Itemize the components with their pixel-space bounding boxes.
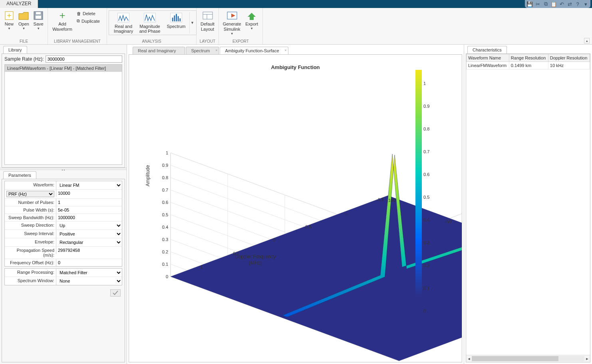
param-label: Number of Pulses: <box>5 199 56 206</box>
ribbon: ＋ New▼ Open▼ Save▼ FILE ＋ Add Waveform 🗑… <box>0 8 592 45</box>
center-panel: Real and ImaginarySpectrum×Ambiguity Fun… <box>127 45 464 364</box>
magnitude-phase-button[interactable]: Magnitude and Phase <box>137 12 163 34</box>
param-sweep-interval-[interactable]: Positive <box>56 230 122 238</box>
char-header[interactable]: Doppler Resolution <box>548 54 590 62</box>
svg-text:Doppler Frequency: Doppler Frequency <box>235 254 276 259</box>
plot-tab-real-and-imaginary[interactable]: Real and Imaginary <box>133 47 185 54</box>
svg-rect-8 <box>176 14 177 22</box>
qa-cut-icon[interactable]: ✂ <box>534 0 541 8</box>
svg-text:0.6: 0.6 <box>162 200 168 205</box>
svg-text:0.8: 0.8 <box>162 175 168 180</box>
qa-switch-icon[interactable]: ⇄ <box>566 0 573 8</box>
spectrum-button[interactable]: Spectrum <box>163 12 189 29</box>
save-button[interactable]: Save▼ <box>32 10 45 30</box>
left-panel: Library Sample Rate (Hz): LinearFMWavefo… <box>0 45 127 364</box>
svg-text:0.3: 0.3 <box>162 237 168 242</box>
param-frequency-offset-hz-[interactable] <box>56 259 122 266</box>
tab-parameters[interactable]: Parameters <box>3 171 36 179</box>
open-button[interactable]: Open▼ <box>17 10 31 30</box>
plot-tab-spectrum[interactable]: Spectrum× <box>186 47 219 54</box>
spectrum-icon <box>170 13 182 22</box>
param-sweep-bandwidth-hz-[interactable] <box>56 214 122 221</box>
svg-text:0.9: 0.9 <box>162 163 168 168</box>
default-layout-button[interactable]: Default Layout <box>199 10 216 32</box>
param-sweep-direction-[interactable]: Up <box>56 222 122 229</box>
new-button[interactable]: ＋ New▼ <box>2 10 16 30</box>
library-item[interactable]: LinearFMWaveform - [Linear FM] - [Matche… <box>5 65 122 72</box>
param-spectrum-window-[interactable]: None <box>56 277 122 285</box>
layout-icon <box>201 10 214 21</box>
svg-text:1: 1 <box>201 265 203 269</box>
param-label: Propagation Speed (m/s): <box>5 247 56 259</box>
svg-text:0: 0 <box>273 237 275 242</box>
svg-text:0.1: 0.1 <box>162 262 168 267</box>
export-button[interactable]: Export▼ <box>243 10 260 30</box>
duplicate-button[interactable]: ⧉Duplicate <box>75 18 101 24</box>
svg-rect-6 <box>172 18 173 21</box>
save-icon <box>32 10 45 21</box>
close-tab-icon[interactable]: × <box>284 48 286 52</box>
qa-copy-icon[interactable]: ⧉ <box>542 0 549 8</box>
svg-rect-4 <box>36 16 41 19</box>
svg-rect-3 <box>36 12 41 14</box>
svg-text:0.5: 0.5 <box>162 212 168 217</box>
ribbon-group-layout-title: LAYOUT <box>197 39 219 44</box>
qa-undo-icon[interactable]: ↶ <box>558 0 565 8</box>
char-header[interactable]: Waveform Name <box>467 54 509 62</box>
param-label: Spectrum Window: <box>5 277 56 285</box>
qa-minimize-icon[interactable]: ▾ <box>582 0 589 8</box>
param-label-select[interactable]: PRF (Hz) <box>6 191 54 197</box>
sample-rate-label: Sample Rate (Hz): <box>4 56 44 62</box>
apply-button[interactable] <box>110 289 121 297</box>
svg-text:0.2: 0.2 <box>162 249 168 254</box>
titlebar: ANALYZER 💾 ✂ ⧉ 📋 ↶ ⇄ ? ▾ <box>0 0 592 8</box>
param-label: Waveform: <box>5 181 56 189</box>
svg-text:0.7: 0.7 <box>162 188 168 192</box>
param-waveform-[interactable]: Linear FM <box>56 181 122 189</box>
qa-save-icon[interactable]: 💾 <box>526 0 533 8</box>
add-waveform-button[interactable]: ＋ Add Waveform <box>50 10 74 32</box>
analysis-button-group: Real and Imaginary Magnitude and Phase S… <box>109 10 197 35</box>
characteristics-hscrollbar[interactable]: ◄► <box>466 355 590 362</box>
ribbon-group-analysis-title: ANALYSIS <box>107 39 196 44</box>
param-envelope-[interactable]: Rectangular <box>56 238 122 246</box>
waveform-library-list[interactable]: LinearFMWaveform - [Linear FM] - [Matche… <box>4 64 122 165</box>
characteristics-table: Waveform NameRange ResolutionDoppler Res… <box>466 54 590 69</box>
new-icon: ＋ <box>3 10 16 21</box>
quick-access-toolbar: 💾 ✂ ⧉ 📋 ↶ ⇄ ? ▾ <box>525 0 590 8</box>
simulink-icon <box>226 10 238 21</box>
param-label: Sweep Bandwidth (Hz): <box>5 214 56 221</box>
param-label: Frequency Offset (Hz): <box>5 259 56 266</box>
tab-library[interactable]: Library <box>3 46 27 53</box>
svg-text:＋: ＋ <box>58 10 67 20</box>
qa-paste-icon[interactable]: 📋 <box>550 0 557 8</box>
ribbon-collapse-button[interactable]: ▴ <box>584 38 590 44</box>
svg-text:(MHz): (MHz) <box>249 260 262 266</box>
svg-text:-0.5: -0.5 <box>304 224 312 229</box>
svg-text:1: 1 <box>166 150 168 155</box>
svg-text:-50: -50 <box>445 219 451 224</box>
qa-help-icon[interactable]: ? <box>574 0 581 8</box>
param-prf-hz-[interactable] <box>56 190 122 197</box>
param-pulse-width-s-[interactable] <box>56 206 122 214</box>
real-imag-icon <box>117 13 129 22</box>
param-range-processing-[interactable]: Matched Filter <box>56 269 122 277</box>
tab-characteristics[interactable]: Characteristics <box>467 46 507 53</box>
generate-simulink-button[interactable]: Generate Simulink▼ <box>221 10 242 36</box>
app-tab-analyzer[interactable]: ANALYZER <box>0 0 38 8</box>
close-tab-icon[interactable]: × <box>215 48 217 52</box>
param-propagation-speed-m-s-[interactable] <box>56 247 122 254</box>
svg-rect-10 <box>179 18 181 21</box>
char-header[interactable]: Range Resolution <box>509 54 548 62</box>
param-number-of-pulses-[interactable] <box>56 199 122 206</box>
svg-text:0: 0 <box>166 274 168 279</box>
char-row[interactable]: LinearFMWaveform0.1499 km10 kHz <box>467 62 590 69</box>
plot-tab-ambiguity-function-surface[interactable]: Ambiguity Function-Surface× <box>220 47 288 54</box>
real-imaginary-button[interactable]: Real and Imaginary <box>110 12 137 34</box>
param-label: Envelope: <box>5 238 56 246</box>
colorbar <box>415 70 422 297</box>
delete-button[interactable]: 🗑Delete <box>75 10 101 17</box>
analysis-dropdown[interactable]: ▼ <box>189 12 195 34</box>
svg-text:-1: -1 <box>344 211 348 216</box>
sample-rate-input[interactable] <box>46 55 122 63</box>
